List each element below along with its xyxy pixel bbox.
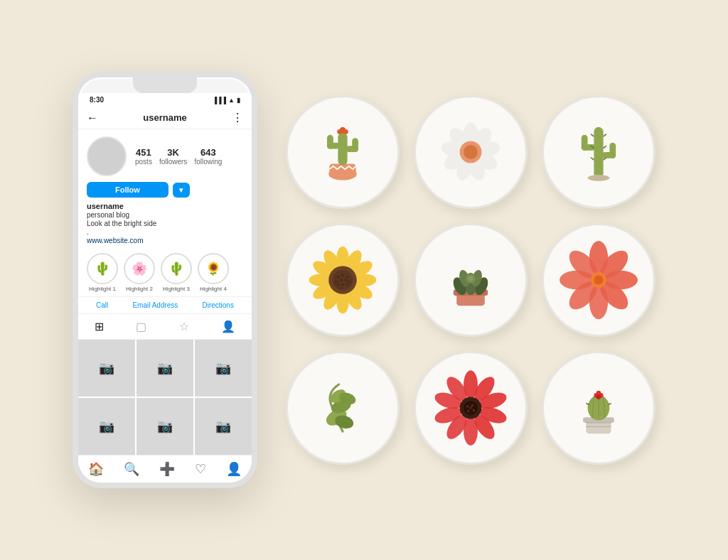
highlight-circle-3: 🌵	[161, 253, 192, 284]
follow-dropdown-button[interactable]: ▼	[173, 183, 190, 198]
phone-mockup: 8:30 ▐▐▐ ▲ ▮ ← username ⋮	[73, 72, 257, 488]
stat-posts: 451 posts	[135, 147, 152, 166]
svg-rect-23	[582, 135, 588, 151]
grid-cell-1[interactable]: 📷	[78, 340, 135, 397]
posts-label: posts	[135, 158, 152, 166]
svg-point-49	[346, 276, 348, 278]
svg-point-32	[588, 175, 610, 181]
icon-white-flower[interactable]	[414, 95, 528, 209]
svg-point-56	[346, 284, 348, 286]
phone-nav: 🏠 🔍 ➕ ♡ 👤	[78, 455, 252, 483]
grid-cell-3[interactable]: 📷	[195, 340, 252, 397]
highlight-3[interactable]: 🌵 Highlight 3	[161, 253, 192, 292]
svg-point-112	[596, 394, 601, 399]
svg-point-9	[343, 129, 348, 134]
icon-tall-cactus[interactable]	[542, 95, 655, 209]
highlight-label-4: Highlight 4	[200, 286, 227, 292]
svg-point-97	[469, 406, 471, 409]
ig-header: ← username ⋮	[78, 107, 252, 129]
grid-cell-5[interactable]: 📷	[136, 398, 193, 455]
tab-grid-icon[interactable]: ⊞	[95, 320, 104, 333]
icon-leaves[interactable]	[286, 351, 400, 465]
stat-following: 643 following	[194, 147, 222, 166]
stats-row: 451 posts 3K followers 643 following	[135, 147, 243, 166]
photo-grid: 📷 📷 📷 📷 📷 📷	[78, 340, 252, 455]
email-link[interactable]: Email Address	[132, 301, 178, 309]
nav-add-icon[interactable]: ➕	[159, 461, 175, 477]
highlight-label-2: Highlight 2	[126, 286, 153, 292]
svg-point-47	[337, 276, 339, 278]
grid-cell-2[interactable]: 📷	[136, 340, 193, 397]
tab-profile-icon[interactable]: 👤	[221, 320, 235, 333]
icon-sunflower[interactable]	[286, 223, 400, 337]
profile-section: 451 posts 3K followers 643 following	[78, 129, 252, 249]
svg-point-53	[348, 281, 350, 283]
svg-point-46	[333, 270, 353, 291]
main-container: 8:30 ▐▐▐ ▲ ▮ ← username ⋮	[51, 50, 677, 510]
back-icon[interactable]: ←	[87, 112, 98, 124]
tab-tagged-icon[interactable]: ☆	[179, 320, 189, 333]
profile-bio-line1: personal blog	[87, 211, 243, 219]
highlight-4[interactable]: 🌻 Highlight 4	[198, 253, 229, 292]
svg-point-52	[345, 279, 347, 281]
tab-single-icon[interactable]: ▢	[136, 320, 146, 333]
call-link[interactable]: Call	[96, 301, 108, 309]
highlight-circle-1: 🌵	[87, 253, 118, 284]
avatar[interactable]	[87, 136, 127, 176]
svg-point-65	[469, 276, 473, 281]
highlight-label-1: Highlight 1	[89, 286, 116, 292]
follow-button[interactable]: Follow	[87, 182, 168, 198]
nav-home-icon[interactable]: 🏠	[88, 461, 104, 477]
icon-red-daisy[interactable]	[414, 351, 528, 465]
svg-rect-4	[327, 135, 333, 149]
profile-top: 451 posts 3K followers 643 following	[87, 136, 243, 176]
nav-profile-icon[interactable]: 👤	[226, 461, 242, 477]
highlight-label-3: Highlight 3	[163, 286, 190, 292]
grid-cell-4[interactable]: 📷	[78, 398, 135, 455]
directions-link[interactable]: Directions	[202, 301, 233, 309]
svg-point-48	[341, 274, 343, 276]
icons-grid	[286, 95, 655, 465]
icon-red-flower[interactable]	[542, 223, 655, 337]
highlight-2[interactable]: 🌸 Highlight 2	[124, 253, 155, 292]
posts-count: 451	[136, 147, 151, 158]
status-icons: ▐▐▐ ▲ ▮	[213, 97, 240, 104]
icon-cactus-pot[interactable]	[286, 95, 400, 209]
stat-followers: 3K followers	[159, 147, 187, 166]
svg-line-26	[591, 134, 594, 136]
nav-heart-icon[interactable]: ♡	[195, 461, 206, 477]
highlight-circle-4: 🌻	[198, 253, 229, 284]
follow-row: Follow ▼	[87, 182, 243, 198]
svg-point-55	[341, 284, 343, 286]
svg-line-27	[604, 134, 606, 136]
svg-point-54	[337, 284, 339, 286]
profile-bio-line2: Look at the bright side	[87, 220, 243, 227]
svg-line-29	[604, 146, 606, 148]
following-label: following	[194, 158, 222, 166]
highlight-circle-2: 🌸	[124, 253, 155, 284]
following-count: 643	[200, 147, 216, 158]
icon-small-cactus[interactable]	[542, 351, 655, 465]
svg-point-94	[471, 404, 473, 406]
svg-point-51	[340, 279, 342, 281]
status-time: 8:30	[90, 96, 104, 104]
svg-point-93	[466, 405, 469, 407]
nav-search-icon[interactable]: 🔍	[124, 461, 139, 477]
battery-icon: ▮	[237, 97, 240, 104]
svg-point-8	[337, 129, 342, 134]
profile-link[interactable]: www.website.com	[87, 237, 243, 244]
more-icon[interactable]: ⋮	[232, 111, 243, 124]
icon-succulent-pot[interactable]	[414, 223, 528, 337]
svg-line-30	[591, 158, 594, 160]
svg-rect-25	[609, 143, 616, 158]
highlight-1[interactable]: 🌵 Highlight 1	[87, 253, 118, 292]
profile-username-title: username	[143, 112, 186, 123]
followers-label: followers	[159, 158, 187, 166]
svg-point-96	[467, 410, 469, 412]
grid-cell-6[interactable]: 📷	[195, 398, 252, 455]
profile-bio-line3: .	[87, 228, 243, 236]
svg-point-95	[473, 409, 475, 411]
followers-count: 3K	[167, 147, 179, 158]
signal-icon: ▐▐▐	[213, 97, 226, 104]
svg-point-50	[336, 281, 338, 283]
